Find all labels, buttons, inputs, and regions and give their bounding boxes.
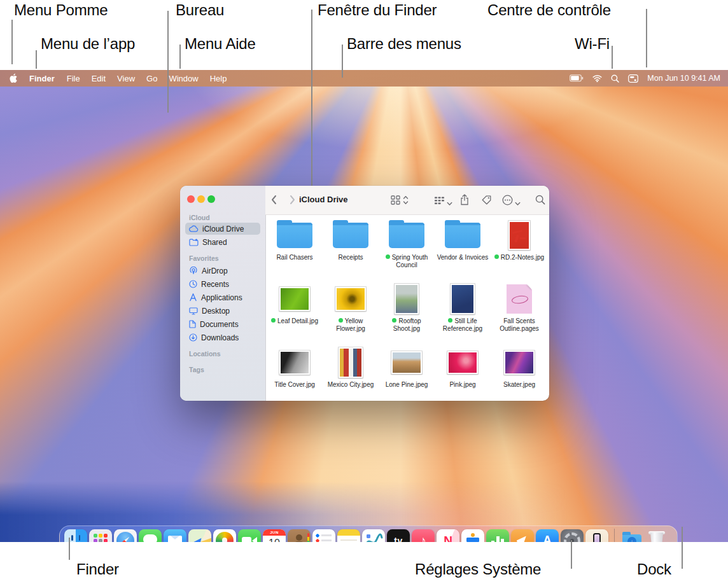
image-thumbnail <box>279 287 310 311</box>
file-rooftop-shoot[interactable]: Rooftop Shoot.jpg <box>379 282 435 333</box>
synced-dot <box>448 318 452 323</box>
search-icon[interactable] <box>535 195 545 207</box>
dock-calendar-icon[interactable]: JUN 10 <box>263 529 286 543</box>
close-button[interactable] <box>187 195 195 203</box>
dock-notes-icon[interactable] <box>337 529 360 543</box>
file-still-life[interactable]: Still Life Reference.jpg <box>435 282 491 333</box>
group-by-icon[interactable] <box>435 196 444 207</box>
dock-contacts-icon[interactable] <box>288 529 311 543</box>
pages-document-icon <box>507 284 532 314</box>
sidebar-header-icloud: iCloud <box>189 214 210 221</box>
sidebar-item-shared[interactable]: Shared <box>185 236 260 248</box>
dock-news-icon[interactable]: N <box>437 529 459 543</box>
menu-window[interactable]: Window <box>163 74 204 83</box>
menu-file[interactable]: File <box>61 74 86 83</box>
synced-dot <box>271 318 276 323</box>
zoom-button[interactable] <box>207 195 215 203</box>
file-yellow-flower[interactable]: Yellow Flower.jpg <box>323 282 379 333</box>
chevron-down-icon[interactable] <box>515 197 521 209</box>
dock-appstore-icon[interactable]: A <box>536 529 559 543</box>
file-rail-chasers[interactable]: Rail Chasers <box>267 219 323 261</box>
window-title: iCloud Drive <box>299 195 348 204</box>
file-pink[interactable]: Pink.jpeg <box>435 346 491 389</box>
menu-finder[interactable]: Finder <box>23 74 61 83</box>
callout-line-wifi <box>612 46 613 69</box>
chevron-down-icon[interactable] <box>447 197 452 209</box>
sort-chevrons-icon[interactable] <box>403 195 409 207</box>
file-leaf-detail[interactable]: Leaf Detail.jpg <box>267 282 323 325</box>
dock-photos-icon[interactable] <box>213 529 236 543</box>
dock-reminders-icon[interactable] <box>312 529 335 543</box>
sidebar-item-desktop[interactable]: Desktop <box>185 305 260 317</box>
file-title-cover[interactable]: Title Cover.jpg <box>267 346 323 389</box>
file-mexico-city[interactable]: Mexico City.jpeg <box>323 346 379 389</box>
minimize-button[interactable] <box>197 195 205 203</box>
image-thumbnail <box>395 284 419 314</box>
dock-keynote-icon[interactable] <box>461 529 484 543</box>
file-label: Vendor & Invoices <box>435 254 491 261</box>
view-grid-icon[interactable] <box>391 195 400 207</box>
wifi-icon[interactable] <box>592 74 602 82</box>
dock-trash-icon[interactable] <box>645 529 668 543</box>
file-label: Pink.jpeg <box>435 381 491 389</box>
sidebar-item-downloads[interactable]: Downloads <box>185 331 260 344</box>
desktop-wallpaper[interactable]: iCloud iCloud Drive Shared Favorites Air… <box>0 87 728 542</box>
dock-maps-icon[interactable] <box>188 529 211 543</box>
airdrop-icon <box>189 267 198 275</box>
apple-menu[interactable] <box>0 73 23 83</box>
more-actions-icon[interactable] <box>502 195 513 208</box>
callout-wifi: Wi-Fi <box>575 35 610 53</box>
battery-icon[interactable] <box>570 74 584 82</box>
dock-launchpad-icon[interactable] <box>89 529 112 543</box>
sidebar-item-recents[interactable]: Recents <box>185 278 260 290</box>
dock-system-settings-icon[interactable] <box>561 529 584 543</box>
share-icon[interactable] <box>460 194 469 208</box>
sidebar-item-airdrop[interactable]: AirDrop <box>185 265 260 277</box>
dock-iphone-mirroring-icon[interactable] <box>585 529 608 543</box>
sidebar-item-applications[interactable]: Applications <box>185 291 260 303</box>
menu-go[interactable]: Go <box>141 74 163 83</box>
file-rd2-notes[interactable]: RD.2-Notes.jpg <box>491 219 547 261</box>
control-center-icon[interactable] <box>628 74 638 83</box>
sidebar-item-label: iCloud Drive <box>202 225 244 233</box>
file-spring-youth-council[interactable]: Spring Youth Council <box>379 219 435 269</box>
file-fall-scents[interactable]: Fall Scents Outline.pages <box>491 282 547 333</box>
dock-freeform-icon[interactable] <box>362 529 385 543</box>
sidebar-item-label: Downloads <box>201 333 239 342</box>
file-label: Title Cover.jpg <box>267 381 323 389</box>
dock-facetime-icon[interactable] <box>238 529 261 543</box>
sidebar-item-documents[interactable]: Documents <box>185 318 260 330</box>
dock-tv-icon[interactable]: tv <box>387 529 410 543</box>
menu-help[interactable]: Help <box>204 74 233 83</box>
menu-bar-clock[interactable]: Mon Jun 10 9:41 AM <box>647 74 720 83</box>
dock-pages-icon[interactable] <box>511 529 534 543</box>
folder-icon <box>277 223 312 248</box>
dock-numbers-icon[interactable] <box>486 529 509 543</box>
dock-messages-icon[interactable] <box>139 529 162 543</box>
dock-downloads-icon[interactable]: ↓ <box>620 529 643 543</box>
back-chevron-icon[interactable] <box>270 195 277 207</box>
forward-chevron-icon[interactable] <box>290 195 296 207</box>
file-vendor-invoices[interactable]: Vendor & Invoices <box>435 219 491 261</box>
callout-line-barre-menus <box>342 45 343 78</box>
menu-edit[interactable]: Edit <box>86 74 111 83</box>
file-skater[interactable]: Skater.jpeg <box>491 346 547 389</box>
sidebar-item-label: AirDrop <box>202 267 228 275</box>
dock-music-icon[interactable]: ♪ <box>412 529 435 543</box>
synced-dot <box>494 254 499 259</box>
menu-bar: Finder File Edit View Go Window Help Mon… <box>0 70 728 87</box>
dock-mail-icon[interactable] <box>164 529 186 543</box>
file-receipts[interactable]: Receipts <box>323 219 379 261</box>
menu-view[interactable]: View <box>111 74 141 83</box>
callout-finder: Finder <box>76 560 119 578</box>
file-label: Lone Pine.jpeg <box>379 381 435 389</box>
gear-icon <box>564 532 580 543</box>
sidebar-header-tags: Tags <box>189 366 204 373</box>
sidebar-item-icloud-drive[interactable]: iCloud Drive <box>185 223 260 235</box>
spotlight-search-icon[interactable] <box>611 74 619 83</box>
dock-safari-icon[interactable] <box>114 529 137 543</box>
dock-finder-icon[interactable] <box>64 529 87 543</box>
finder-window[interactable]: iCloud iCloud Drive Shared Favorites Air… <box>180 186 549 401</box>
file-lone-pine[interactable]: Lone Pine.jpeg <box>379 346 435 389</box>
tags-icon[interactable] <box>482 195 491 207</box>
